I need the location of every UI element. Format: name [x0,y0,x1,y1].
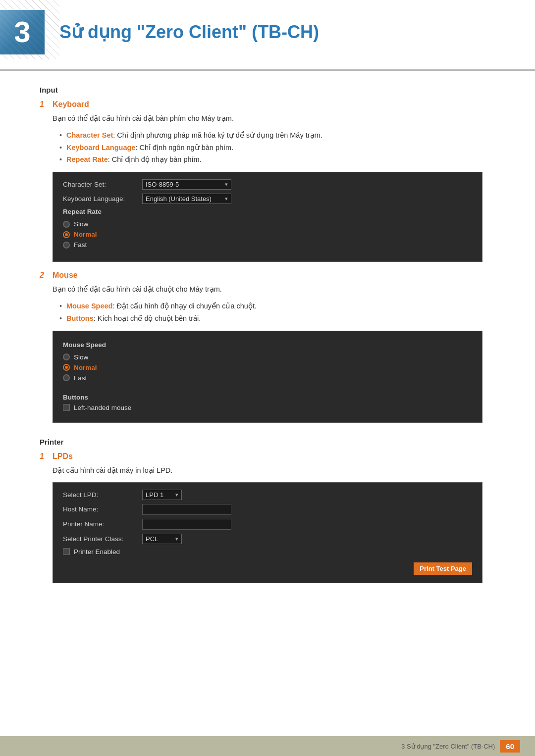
keyboard-config-box: Character Set: ISO-8859-5 ▾ Keyboard Lan… [53,172,482,262]
select-lpd-select[interactable]: LPD 1 ▾ [142,490,182,500]
select-lpd-row: Select LPD: LPD 1 ▾ [63,490,472,500]
repeat-rate-normal-dot [63,231,70,238]
key-buttons: Buttons [66,314,94,322]
select-lpd-value: LPD 1 [146,491,163,499]
keyboard-bullet-list: Character Set: Chỉ định phương pháp mã h… [59,129,495,166]
character-set-arrow: ▾ [225,181,228,188]
repeat-rate-section-title: Repeat Rate [63,208,472,215]
lpds-config-box: Select LPD: LPD 1 ▾ Host Name: Printer N… [53,482,482,583]
bullet-mouse-speed: Mouse Speed: Đặt cấu hình độ nhạy di chu… [59,300,495,312]
keyboard-body-text: Bạn có thể đặt cấu hình cài đặt bàn phím… [53,113,495,124]
bullet-character-set: Character Set: Chỉ định phương pháp mã h… [59,129,495,142]
repeat-rate-slow-label: Slow [74,220,88,228]
character-set-label: Character Set: [63,181,142,188]
chapter-title: Sử dụng "Zero Client" (TB-CH) [59,22,319,43]
keyboard-num: 1 [40,100,49,109]
lpds-title: LPDs [53,452,73,461]
keyboard-language-arrow: ▾ [225,196,228,202]
select-lpd-label: Select LPD: [63,491,142,499]
input-section-label: Input [40,86,495,94]
mouse-speed-normal-label: Normal [74,364,97,371]
chapter-number: 3 [14,17,30,47]
bullet-mouse-speed-text: : Đặt cấu hình độ nhạy di chuyển của chu… [112,302,257,310]
bullet-buttons-text: : Kích hoạt chế độ chuột bên trái. [94,314,201,322]
lpds-body-text: Đặt cấu hình cài đặt máy in loại LPD. [53,465,495,476]
mouse-title: Mouse [53,271,78,280]
repeat-rate-fast[interactable]: Fast [63,241,472,249]
character-set-row: Character Set: ISO-8859-5 ▾ [63,179,472,190]
select-printer-class-label: Select Printer Class: [63,535,142,543]
character-set-value: ISO-8859-5 [146,181,179,188]
key-repeat-rate: Repeat Rate [66,155,108,163]
host-name-input[interactable] [142,504,231,515]
printer-enabled-label: Printer Enabled [74,548,120,555]
keyboard-language-select[interactable]: English (United States) ▾ [142,194,231,204]
select-printer-class-row: Select Printer Class: PCL ▾ [63,534,472,544]
mouse-config-box: Mouse Speed Slow Normal Fast Buttons Lef… [53,331,482,423]
chapter-number-block: 3 [0,10,45,54]
key-mouse-speed: Mouse Speed [66,302,112,310]
keyboard-language-value: English (United States) [146,195,212,202]
repeat-rate-fast-dot [63,242,70,249]
lpds-num: 1 [40,452,49,461]
repeat-rate-radio-group: Slow Normal Fast [63,218,472,253]
key-keyboard-language: Keyboard Language [66,144,135,151]
mouse-speed-fast[interactable]: Fast [63,374,472,382]
page-content: Input 1 Keyboard Bạn có thể đặt cấu hình… [0,86,535,632]
print-test-page-button[interactable]: Print Test Page [414,562,472,575]
bullet-character-set-text: : Chỉ định phương pháp mã hóa ký tự để s… [113,131,322,139]
select-lpd-arrow: ▾ [175,492,178,498]
keyboard-language-row: Keyboard Language: English (United State… [63,194,472,204]
mouse-num: 2 [40,271,49,280]
left-handed-mouse-item[interactable]: Left-handed mouse [63,404,472,411]
select-printer-class-select[interactable]: PCL ▾ [142,534,182,544]
buttons-section-title: Buttons [63,394,472,401]
mouse-speed-normal-dot [63,364,70,371]
bullet-repeat-rate: Repeat Rate: Chỉ định độ nhạy bàn phím. [59,153,495,166]
bullet-repeat-rate-text: : Chỉ định độ nhạy bàn phím. [108,155,202,163]
left-handed-mouse-label: Left-handed mouse [74,404,131,411]
select-printer-class-arrow: ▾ [175,536,178,542]
host-name-label: Host Name: [63,505,142,513]
key-character-set: Character Set [66,131,113,139]
repeat-rate-normal[interactable]: Normal [63,231,472,238]
repeat-rate-slow-dot [63,221,70,228]
bullet-keyboard-language-text: : Chỉ định ngôn ngữ bàn phím. [135,144,233,151]
keyboard-title: Keyboard [53,100,89,109]
repeat-rate-normal-label: Normal [74,231,97,238]
repeat-rate-slow[interactable]: Slow [63,220,472,228]
buttons-section: Buttons Left-handed mouse [63,394,472,411]
page-footer: 3 Sử dụng "Zero Client" (TB-CH) 60 [0,736,535,756]
footer-text: 3 Sử dụng "Zero Client" (TB-CH) [401,743,495,750]
keyboard-numbered-item: 1 Keyboard [40,100,495,109]
mouse-speed-fast-dot [63,374,70,381]
printer-name-row: Printer Name: [63,519,472,530]
chapter-header: 3 Sử dụng "Zero Client" (TB-CH) [0,0,535,71]
printer-name-input[interactable] [142,519,231,530]
printer-section-label: Printer [40,438,495,446]
mouse-speed-slow-dot [63,353,70,360]
printer-enabled-checkbox[interactable] [63,548,70,555]
footer-page-number: 60 [500,740,520,753]
mouse-bullet-list: Mouse Speed: Đặt cấu hình độ nhạy di chu… [59,300,495,324]
repeat-rate-fast-label: Fast [74,241,87,249]
bullet-keyboard-language: Keyboard Language: Chỉ định ngôn ngữ bàn… [59,142,495,154]
printer-enabled-item[interactable]: Printer Enabled [63,548,472,555]
keyboard-language-label: Keyboard Language: [63,195,142,202]
host-name-row: Host Name: [63,504,472,515]
mouse-speed-slow[interactable]: Slow [63,353,472,361]
printer-name-label: Printer Name: [63,520,142,528]
mouse-body-text: Bạn có thể đặt cấu hình cài đặt chuột ch… [53,284,495,295]
lpds-numbered-item: 1 LPDs [40,452,495,461]
select-printer-class-value: PCL [146,535,158,543]
mouse-speed-radio-group: Slow Normal Fast [63,352,472,387]
mouse-speed-slow-label: Slow [74,353,88,361]
mouse-speed-section-title: Mouse Speed [63,341,472,349]
character-set-select[interactable]: ISO-8859-5 ▾ [142,179,231,190]
mouse-numbered-item: 2 Mouse [40,271,495,280]
mouse-speed-fast-label: Fast [74,374,87,382]
bullet-buttons: Buttons: Kích hoạt chế độ chuột bên trái… [59,312,495,325]
left-handed-mouse-checkbox[interactable] [63,404,70,411]
mouse-speed-normal[interactable]: Normal [63,364,472,371]
